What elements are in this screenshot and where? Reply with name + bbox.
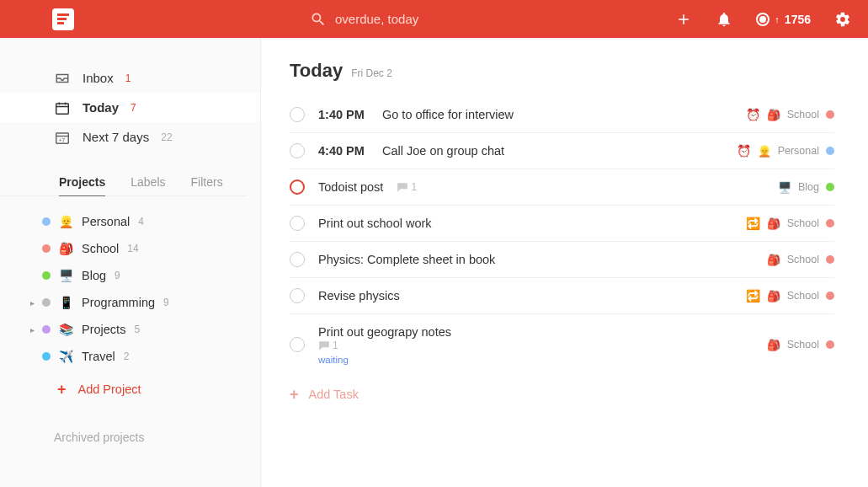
task-project-dot xyxy=(826,292,834,300)
project-list: 👱Personal4🎒School14🖥️Blog9▸📱Programming9… xyxy=(0,208,260,370)
add-icon[interactable] xyxy=(675,11,692,28)
task-title: Go to office for interview xyxy=(382,108,514,121)
project-emoji: 🖥️ xyxy=(59,269,73,282)
task-project-name: School xyxy=(787,339,819,351)
nav-next7[interactable]: +7 Next 7 days 22 xyxy=(0,122,260,152)
karma-score[interactable]: ↑ 1756 xyxy=(756,13,811,26)
project-name: Projects xyxy=(82,323,125,336)
nav-inbox[interactable]: Inbox 1 xyxy=(0,63,260,93)
comment-icon[interactable]: 1 xyxy=(318,340,451,351)
reminder-icon: ⏰ xyxy=(737,144,751,158)
task-checkbox[interactable] xyxy=(290,143,305,158)
search-field[interactable]: overdue, today xyxy=(310,11,675,28)
view-title: Today xyxy=(290,60,343,82)
project-row[interactable]: ▸📱Programming9 xyxy=(0,289,260,316)
project-count: 9 xyxy=(114,270,120,281)
karma-value: 1756 xyxy=(785,13,811,26)
task-project-dot xyxy=(826,219,834,227)
project-color-dot xyxy=(42,325,51,334)
task-meta: 🖥️Blog xyxy=(778,181,834,194)
notifications-icon[interactable] xyxy=(716,11,732,28)
project-row[interactable]: 👱Personal4 xyxy=(0,208,260,235)
task-project-name: School xyxy=(787,290,819,302)
task-row[interactable]: 1:40 PMGo to office for interview⏰🎒Schoo… xyxy=(290,97,834,133)
task-tag[interactable]: waiting xyxy=(318,355,451,365)
task-project-name: Personal xyxy=(778,145,819,157)
task-checkbox[interactable] xyxy=(290,107,305,122)
project-row[interactable]: 🎒School14 xyxy=(0,235,260,262)
task-project-dot xyxy=(826,183,834,191)
nav-today-count: 7 xyxy=(130,102,136,114)
project-count: 9 xyxy=(163,297,169,308)
tab-filters[interactable]: Filters xyxy=(191,175,223,189)
svg-rect-0 xyxy=(56,103,69,113)
recurring-icon: 🔁 xyxy=(746,217,760,230)
task-time: 1:40 PM xyxy=(318,108,369,121)
task-row[interactable]: Physics: Complete sheet in book🎒School xyxy=(290,242,834,278)
task-meta: 🔁🎒School xyxy=(746,217,834,230)
task-checkbox[interactable] xyxy=(290,252,305,267)
task-project-emoji: 🎒 xyxy=(767,290,780,302)
task-row[interactable]: Print out school work🔁🎒School xyxy=(290,206,834,242)
tab-labels[interactable]: Labels xyxy=(130,175,165,189)
project-name: Programming xyxy=(82,296,155,309)
project-emoji: 🎒 xyxy=(59,242,73,255)
nav-today-label: Today xyxy=(83,100,119,115)
task-title: Print out geograpy notes xyxy=(318,325,451,339)
app-logo[interactable] xyxy=(52,8,74,30)
nav-next7-label: Next 7 days xyxy=(83,130,149,144)
project-color-dot xyxy=(42,271,51,280)
project-row[interactable]: ✈️Travel2 xyxy=(0,343,260,370)
task-title: Call Joe on group chat xyxy=(382,144,504,158)
task-checkbox[interactable] xyxy=(290,179,305,195)
add-task-button[interactable]: + Add Task xyxy=(290,375,834,414)
task-meta: ⏰🎒School xyxy=(746,108,834,121)
task-project-emoji: 👱 xyxy=(758,145,771,158)
project-count: 4 xyxy=(138,216,144,227)
project-name: Travel xyxy=(82,350,115,363)
task-time: 4:40 PM xyxy=(318,144,369,158)
task-row[interactable]: Todoist post 1🖥️Blog xyxy=(290,169,834,206)
task-checkbox[interactable] xyxy=(290,216,305,231)
add-project-label: Add Project xyxy=(78,383,141,396)
calendar-today-icon xyxy=(54,101,71,115)
project-count: 5 xyxy=(134,324,140,335)
header-actions: ↑ 1756 xyxy=(675,11,851,28)
comment-icon[interactable]: 1 xyxy=(397,181,417,193)
task-project-dot xyxy=(826,255,834,264)
archived-projects-link[interactable]: Archived projects xyxy=(0,405,260,444)
search-text: overdue, today xyxy=(335,12,418,26)
plus-icon: + xyxy=(290,387,299,402)
task-meta: 🔁🎒School xyxy=(746,289,834,302)
task-project-name: School xyxy=(787,109,819,120)
task-list: 1:40 PMGo to office for interview⏰🎒Schoo… xyxy=(290,97,834,375)
project-row[interactable]: 🖥️Blog9 xyxy=(0,262,260,289)
task-row[interactable]: Print out geograpy notes 1waiting🎒School xyxy=(290,314,834,375)
nav-inbox-label: Inbox xyxy=(83,71,114,85)
task-checkbox[interactable] xyxy=(290,337,305,352)
inbox-icon xyxy=(54,72,71,85)
add-project-button[interactable]: + Add Project xyxy=(0,370,260,405)
nav-today[interactable]: Today 7 xyxy=(0,93,260,122)
task-meta: 🎒School xyxy=(767,254,834,266)
project-color-dot xyxy=(42,298,51,307)
plus-icon: + xyxy=(57,382,67,397)
project-color-dot xyxy=(42,352,51,361)
task-title: Print out school work xyxy=(318,217,432,230)
nav-next7-count: 22 xyxy=(161,131,172,143)
project-color-dot xyxy=(42,217,51,226)
task-project-emoji: 🎒 xyxy=(767,217,780,230)
task-row[interactable]: 4:40 PMCall Joe on group chat⏰👱Personal xyxy=(290,133,834,169)
gear-icon[interactable] xyxy=(834,11,851,28)
nav-inbox-count: 1 xyxy=(125,72,131,84)
project-emoji: ✈️ xyxy=(59,350,73,363)
arrow-up-icon: ↑ xyxy=(775,14,780,24)
task-checkbox[interactable] xyxy=(290,288,305,303)
project-row[interactable]: ▸📚Projects5 xyxy=(0,316,260,343)
chevron-right-icon: ▸ xyxy=(30,298,35,308)
task-meta: 🎒School xyxy=(767,339,834,351)
task-row[interactable]: Revise physics🔁🎒School xyxy=(290,278,834,314)
task-title: Revise physics xyxy=(318,289,400,302)
sidebar: Inbox 1 Today 7 +7 Next 7 days 22 Projec… xyxy=(0,38,261,487)
tab-projects[interactable]: Projects xyxy=(59,175,105,196)
